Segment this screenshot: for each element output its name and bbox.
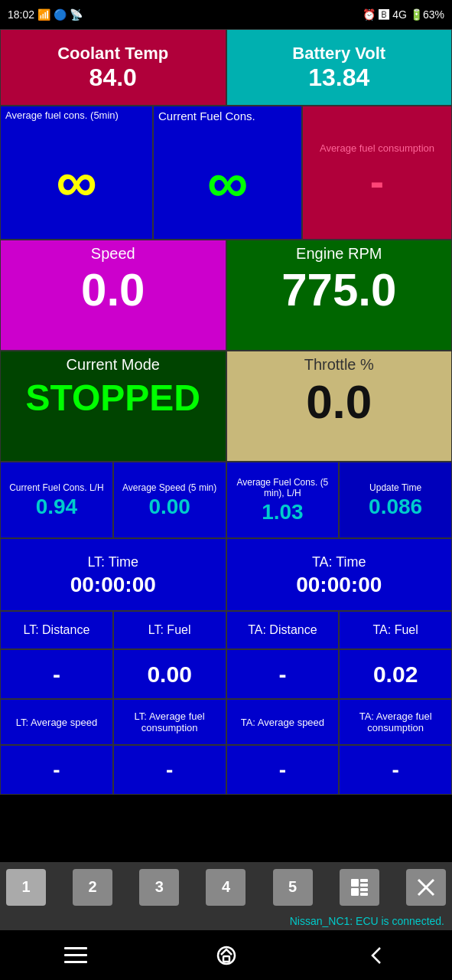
ta-avg-speed-label-cell: TA: Average speed [226, 699, 340, 745]
curr-fuel-value: ∞ [154, 126, 301, 239]
ta-fuel-value: 0.02 [373, 662, 418, 688]
coolant-temp-title: Coolant Temp [57, 44, 168, 64]
speed-cell: Speed 0.0 [0, 240, 226, 351]
row-speed-rpm: Speed 0.0 Engine RPM 775.0 [0, 240, 452, 351]
lt-time-cell: LT: Time 00:00:00 [0, 538, 226, 611]
ta-time-title: TA: Time [310, 552, 369, 573]
svg-rect-8 [64, 947, 87, 949]
stat-update-time: Update Time 0.086 [339, 462, 452, 538]
lt-avg-fuel-value: - [166, 758, 173, 782]
svg-rect-5 [360, 893, 368, 896]
wifi-icon: 📶 [37, 8, 50, 21]
main-content: Coolant Temp 84.0 Battery Volt 13.84 Ave… [0, 29, 452, 862]
rpm-value: 775.0 [281, 267, 396, 313]
curr-fuel-label: Current Fuel Cons. [154, 106, 301, 126]
ta-time-value: 00:00:00 [296, 573, 382, 597]
svg-rect-1 [360, 879, 368, 882]
stat-avg-speed-label: Average Speed (5 min) [119, 481, 219, 495]
svg-rect-9 [64, 954, 87, 956]
throttle-cell: Throttle % 0.0 [226, 351, 453, 462]
curr-fuel-cell: Current Fuel Cons. ∞ [153, 106, 302, 240]
android-menu-button[interactable] [64, 947, 87, 964]
row-mode-throttle: Current Mode STOPPED Throttle % 0.0 [0, 351, 452, 462]
network-icon: 4G [392, 8, 407, 21]
home-icon [216, 945, 237, 966]
lt-fuel-label-cell: LT: Fuel [113, 611, 226, 649]
status-right: ⏰ 🅱 4G 🔋63% [363, 8, 444, 21]
nav-btn-5[interactable]: 5 [273, 869, 313, 906]
lt-time-value: 00:00:00 [70, 573, 156, 597]
ta-avg-speed-label: TA: Average speed [241, 717, 324, 728]
speed-title: Speed [86, 240, 140, 267]
bottom-nav: 1 2 3 4 5 [0, 862, 452, 912]
lt-fuel-label: LT: Fuel [148, 623, 191, 637]
svg-rect-3 [351, 888, 359, 896]
status-left: 18:02 📶 🔵 📡 [8, 8, 83, 21]
row-lt-ta-time: LT: Time 00:00:00 TA: Time 00:00:00 [0, 538, 452, 611]
alarm-icon: ⏰ [363, 8, 376, 21]
ta-avg-fuel-label-cell: TA: Average fuel consumption [339, 699, 452, 745]
stat-avg-fuel-cons: Average Fuel Cons. (5 min), L/H 1.03 [226, 462, 340, 538]
hamburger-icon [64, 947, 87, 964]
stat-update-time-value: 0.086 [369, 495, 422, 519]
status-time: 18:02 [8, 8, 34, 21]
mode-title: Current Mode [62, 351, 164, 378]
lt-avg-speed-label-cell: LT: Average speed [0, 699, 113, 745]
layout-icon-button[interactable] [340, 869, 379, 906]
rpm-cell: Engine RPM 775.0 [226, 240, 453, 351]
svg-rect-12 [223, 956, 229, 962]
stat-update-time-label: Update Time [366, 481, 424, 495]
status-message-text: Nissan_NC1: ECU is connected. [290, 915, 444, 927]
throttle-title: Throttle % [300, 351, 379, 378]
lt-avg-speed-label: LT: Average speed [16, 717, 98, 728]
ta-distance-label: TA: Distance [248, 623, 317, 637]
ta-fuel-label-cell: TA: Fuel [339, 611, 452, 649]
close-button[interactable] [406, 869, 446, 906]
status-message: Nissan_NC1: ECU is connected. [0, 912, 452, 930]
nav-btn-3[interactable]: 3 [139, 869, 179, 906]
lt-time-title: LT: Time [85, 552, 141, 573]
mode-value: STOPPED [25, 378, 200, 419]
nav-btn-2[interactable]: 2 [73, 869, 112, 906]
avg-fuel-cell: Average fuel cons. (5min) ∞ [0, 106, 153, 240]
svg-rect-4 [360, 888, 368, 891]
stat-avg-speed: Average Speed (5 min) 0.00 [113, 462, 226, 538]
avg-fuel-right-label: Average fuel consumption [317, 139, 437, 157]
coolant-temp-value: 84.0 [89, 64, 137, 92]
ta-fuel-value-cell: 0.02 [339, 649, 452, 699]
rpm-title: Engine RPM [291, 240, 386, 267]
android-home-button[interactable] [216, 945, 237, 966]
lt-avg-speed-value: - [53, 758, 60, 782]
stat-avg-speed-value: 0.00 [148, 495, 190, 519]
ta-avg-fuel-value-cell: - [339, 745, 452, 795]
ta-time-cell: TA: Time 00:00:00 [226, 538, 453, 611]
speed-value: 0.0 [81, 267, 145, 313]
nav-btn-4[interactable]: 4 [206, 869, 246, 906]
stat-avg-fuel-cons-label: Average Fuel Cons. (5 min), L/H [227, 475, 339, 500]
bluetooth-icon: 🔵 [54, 8, 67, 21]
row-header: Coolant Temp 84.0 Battery Volt 13.84 [0, 29, 452, 106]
nav-btn-1[interactable]: 1 [6, 869, 46, 906]
svg-rect-10 [64, 961, 87, 963]
android-back-button[interactable] [366, 945, 388, 966]
avg-fuel-right-cell: Average fuel consumption - [302, 106, 452, 240]
ta-fuel-label: TA: Fuel [372, 623, 418, 637]
svg-rect-0 [351, 879, 359, 887]
svg-rect-2 [360, 884, 368, 887]
battery-volt-section: Battery Volt 13.84 [226, 29, 453, 106]
lt-avg-fuel-label-cell: LT: Average fuel consumption [113, 699, 226, 745]
layout-icon [350, 877, 369, 897]
lt-avg-speed-value-cell: - [0, 745, 113, 795]
stat-current-fuel-cons-label: Current Fuel Cons. L/H [6, 481, 106, 495]
ta-avg-speed-value: - [279, 758, 286, 782]
stat-current-fuel-cons: Current Fuel Cons. L/H 0.94 [0, 462, 113, 538]
throttle-value: 0.0 [306, 378, 372, 426]
row-dist-fuel-values: - 0.00 - 0.02 [0, 649, 452, 699]
status-bar: 18:02 📶 🔵 📡 ⏰ 🅱 4G 🔋63% [0, 0, 452, 29]
lt-avg-fuel-value-cell: - [113, 745, 226, 795]
ta-distance-value-cell: - [226, 649, 340, 699]
row-stats: Current Fuel Cons. L/H 0.94 Average Spee… [0, 462, 452, 538]
row-dist-fuel-labels: LT: Distance LT: Fuel TA: Distance TA: F… [0, 611, 452, 649]
battery-volt-title: Battery Volt [292, 44, 385, 64]
row-fuel: Average fuel cons. (5min) ∞ Current Fuel… [0, 106, 452, 240]
